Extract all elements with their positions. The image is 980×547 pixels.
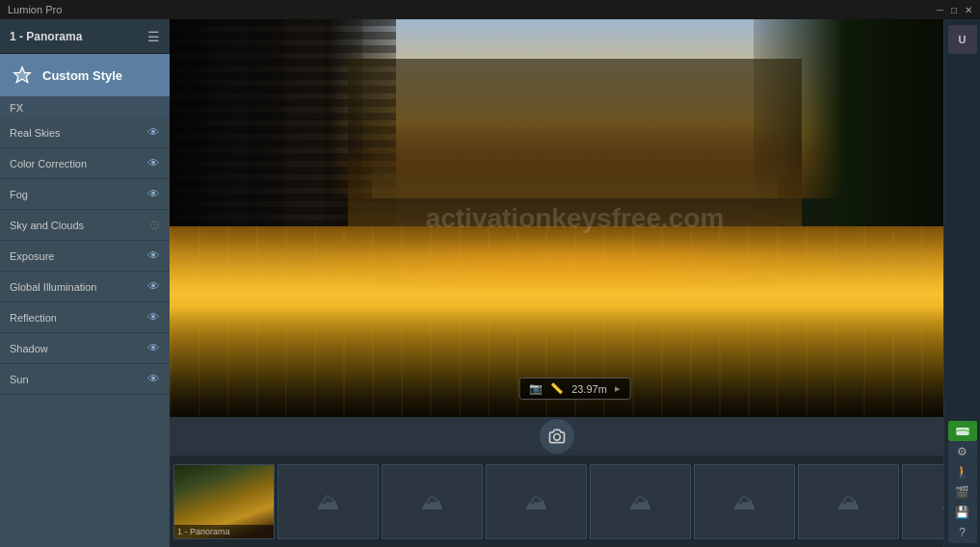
camera-row xyxy=(170,417,943,456)
fx-eye-sky-clouds[interactable]: ⊙ xyxy=(149,218,160,232)
custom-style-label: Custom Style xyxy=(42,68,122,83)
svg-point-1 xyxy=(553,434,560,441)
thumbnail-8[interactable]: ⛰ xyxy=(902,464,943,539)
ruler-icon: 📏 xyxy=(550,382,564,395)
fx-item-shadow[interactable]: Shadow 👁 xyxy=(0,333,170,364)
fx-name-color-correction: Color Correction xyxy=(10,158,87,169)
fx-name-global-illumination: Global Illumination xyxy=(10,281,97,293)
u-button[interactable]: U xyxy=(948,25,977,54)
custom-style-item[interactable]: Custom Style xyxy=(0,54,170,96)
fx-item-sun[interactable]: Sun 👁 xyxy=(0,364,170,395)
fx-label: FX xyxy=(0,96,170,117)
thumbnail-7[interactable]: ⛰ xyxy=(798,464,899,539)
thumb-placeholder-icon: ⛰ xyxy=(941,488,944,515)
fx-item-exposure[interactable]: Exposure 👁 xyxy=(0,241,170,272)
distance-value: 23.97m xyxy=(571,383,607,395)
fx-item-real-skies[interactable]: Real Skies 👁 xyxy=(0,117,170,148)
thumbnail-strip: 1 - Panorama ⛰ ⛰ ⛰ ⛰ ⛰ ⛰ ⛰ xyxy=(170,456,943,547)
help-btn[interactable]: ? xyxy=(948,523,977,543)
fx-item-sky-clouds[interactable]: Sky and Clouds ⊙ xyxy=(0,210,170,241)
main-viewport[interactable]: activationkeysfree.com 📷 📏 23.97m ▸ ✕ xyxy=(170,19,980,417)
svg-marker-0 xyxy=(14,67,31,83)
thumbnail-2[interactable]: ⛰ xyxy=(278,464,379,539)
camera-capture-btn[interactable] xyxy=(540,419,574,454)
thumb-placeholder-icon: ⛰ xyxy=(525,488,548,515)
fx-eye-real-skies[interactable]: 👁 xyxy=(147,125,160,140)
panel-header[interactable]: 1 - Panorama ☰ xyxy=(0,19,170,54)
expand-icon[interactable]: ▸ xyxy=(615,382,621,395)
fx-eye-exposure[interactable]: 👁 xyxy=(147,248,160,263)
panel-title: 1 - Panorama xyxy=(10,30,82,43)
fx-list: Real Skies 👁 Color Correction 👁 Fog 👁 Sk… xyxy=(0,117,170,547)
panel-menu-icon[interactable]: ☰ xyxy=(147,29,160,44)
fx-item-color-correction[interactable]: Color Correction 👁 xyxy=(0,148,170,179)
side-right-toolbar: U xyxy=(943,19,980,417)
thumb-placeholder-icon: ⛰ xyxy=(629,488,652,515)
thumb-placeholder-icon: ⛰ xyxy=(733,488,756,515)
fx-name-fog: Fog xyxy=(10,189,28,200)
fx-eye-shadow[interactable]: 👁 xyxy=(147,341,160,355)
thumbnail-4[interactable]: ⛰ xyxy=(486,464,587,539)
window-controls[interactable]: ─ □ ✕ xyxy=(937,5,972,15)
title-bar: Lumion Pro ─ □ ✕ xyxy=(0,0,980,19)
maximize-btn[interactable]: □ xyxy=(951,5,957,15)
fx-name-exposure: Exposure xyxy=(10,250,54,262)
fx-eye-reflection[interactable]: 👁 xyxy=(147,310,160,325)
minimize-btn[interactable]: ─ xyxy=(937,5,943,15)
scene-background xyxy=(170,19,980,417)
bottom-content-region: 1 - Panorama ⛰ ⛰ ⛰ ⛰ ⛰ ⛰ ⛰ xyxy=(170,417,943,547)
thumb-placeholder-icon: ⛰ xyxy=(421,488,444,515)
ambient-glow xyxy=(291,238,859,298)
movie-btn[interactable]: 🎬 xyxy=(948,482,977,503)
panorama-mode-btn[interactable] xyxy=(948,421,977,441)
camera-icon: 📷 xyxy=(529,382,543,395)
distance-meter: 📷 📏 23.97m ▸ xyxy=(518,378,631,400)
fx-name-shadow: Shadow xyxy=(10,343,48,354)
city-skyline xyxy=(372,118,778,198)
fx-name-sun: Sun xyxy=(10,374,29,385)
fx-eye-sun[interactable]: 👁 xyxy=(147,372,160,386)
thumbnail-5[interactable]: ⛰ xyxy=(590,464,691,539)
thumb-placeholder-icon: ⛰ xyxy=(317,488,340,515)
fx-item-global-illumination[interactable]: Global Illumination 👁 xyxy=(0,272,170,302)
save-btn[interactable]: 💾 xyxy=(948,503,977,523)
fx-name-sky-clouds: Sky and Clouds xyxy=(10,220,84,231)
thumbnail-1-label: 1 - Panorama xyxy=(174,525,274,538)
fx-eye-fog[interactable]: 👁 xyxy=(147,187,160,201)
app-title: Lumion Pro xyxy=(8,4,62,15)
fx-name-reflection: Reflection xyxy=(10,312,57,324)
thumb-placeholder-icon: ⛰ xyxy=(837,488,861,515)
thumbnail-1[interactable]: 1 - Panorama xyxy=(173,464,275,539)
left-panel: 1 - Panorama ☰ Custom Style FX Real Skie… xyxy=(0,19,170,547)
walk-btn[interactable]: 🚶 xyxy=(948,461,977,482)
close-btn[interactable]: ✕ xyxy=(965,5,972,15)
custom-style-icon xyxy=(12,65,33,86)
fx-item-fog[interactable]: Fog 👁 xyxy=(0,179,170,210)
fx-name-real-skies: Real Skies xyxy=(10,127,61,139)
bottom-right-panel: ⚙ 🚶 🎬 💾 ? xyxy=(943,417,980,547)
thumbnail-3[interactable]: ⛰ xyxy=(382,464,483,539)
fx-eye-color-correction[interactable]: 👁 xyxy=(147,156,160,170)
fx-item-reflection[interactable]: Reflection 👁 xyxy=(0,302,170,333)
thumbnail-6[interactable]: ⛰ xyxy=(694,464,795,539)
fx-eye-global-illumination[interactable]: 👁 xyxy=(147,279,160,294)
settings-btn[interactable]: ⚙ xyxy=(948,441,977,461)
